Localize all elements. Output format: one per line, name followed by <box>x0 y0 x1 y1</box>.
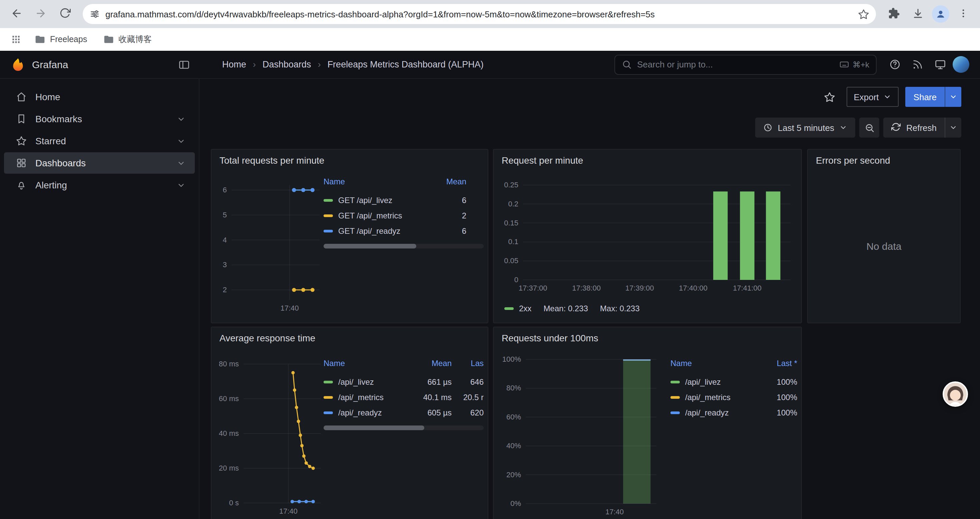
legend-row[interactable]: 2xx Mean: 0.233 Max: 0.233 <box>504 304 640 313</box>
search-icon <box>622 59 632 69</box>
svg-text:20%: 20% <box>506 471 521 479</box>
apps-grid-icon[interactable] <box>8 34 24 45</box>
chevron-down-icon[interactable] <box>177 159 185 167</box>
sidebar-toggle-icon[interactable] <box>178 58 190 70</box>
panel-request-per-minute: Request per minute 0.250.20.150.10.05017… <box>493 149 802 323</box>
zoom-out-button[interactable] <box>859 118 880 137</box>
url-text: grafana.mathmast.com/d/deytv4rwavabkb/fr… <box>105 9 853 19</box>
bell-icon <box>16 180 27 190</box>
sidebar-item-alerting[interactable]: Alerting <box>4 174 195 196</box>
total-requests-chart[interactable]: 6543217:40 <box>215 176 323 316</box>
monitor-icon[interactable] <box>930 54 950 75</box>
panel-title[interactable]: Request per minute <box>494 150 801 171</box>
rss-icon[interactable] <box>907 54 927 75</box>
no-data-message: No data <box>808 170 960 323</box>
breadcrumb-home[interactable]: Home <box>222 59 246 69</box>
assistant-avatar-button[interactable] <box>943 382 968 407</box>
reload-button[interactable] <box>53 3 76 26</box>
extensions-button[interactable] <box>883 3 905 26</box>
chevron-down-icon <box>884 93 892 101</box>
grafana-top-nav: Grafana Home › Dashboards › Freeleaps Me… <box>0 51 980 79</box>
legend-header-mean[interactable]: Mean <box>420 177 466 186</box>
forward-button[interactable] <box>29 3 52 26</box>
downloads-button[interactable] <box>907 3 929 26</box>
back-button[interactable] <box>5 3 28 26</box>
avg-response-time-chart[interactable]: 80 ms60 ms40 ms20 ms0 s17:40 <box>215 355 323 518</box>
legend-header-last[interactable]: Last * <box>754 359 797 368</box>
sidebar-item-dashboards[interactable]: Dashboards <box>4 152 195 174</box>
bookmark-blog-folder[interactable]: 收藏博客 <box>98 31 157 48</box>
sidebar-item-starred[interactable]: Starred <box>4 130 195 152</box>
legend-header-name[interactable]: Name <box>670 359 754 368</box>
scrollbar-thumb[interactable] <box>323 244 416 249</box>
browser-menu-button[interactable] <box>952 3 975 26</box>
legend-row[interactable]: /api/_metrics 40.1 ms 20.5 r <box>323 390 484 405</box>
sidebar-item-label: Home <box>35 91 60 102</box>
chevron-down-icon[interactable] <box>177 137 185 145</box>
series-color-swatch <box>323 380 333 383</box>
panel-avg-response-time: Average response time 80 ms60 ms40 ms20 … <box>211 327 488 519</box>
share-button[interactable]: Share <box>905 87 945 107</box>
legend-row[interactable]: GET /api/_metrics 2 <box>323 208 484 223</box>
breadcrumb-current-page[interactable]: Freeleaps Metrics Dashboard (ALPHA) <box>328 59 484 69</box>
favorite-star-button[interactable] <box>819 87 840 107</box>
series-color-swatch <box>504 307 514 310</box>
bookmark-icon <box>16 113 27 124</box>
legend-header-name[interactable]: Name <box>323 359 410 368</box>
browser-profile-avatar[interactable] <box>932 5 949 23</box>
panel-title[interactable]: Average response time <box>212 327 488 349</box>
arrow-left-icon <box>11 7 23 21</box>
panel-title[interactable]: Errors per second <box>808 150 960 171</box>
legend-scrollbar[interactable] <box>323 425 484 430</box>
svg-text:20 ms: 20 ms <box>219 464 239 472</box>
share-menu-caret[interactable] <box>945 87 961 107</box>
legend-scrollbar[interactable] <box>323 244 484 249</box>
breadcrumb-separator: › <box>318 59 321 69</box>
address-bar[interactable]: grafana.mathmast.com/d/deytv4rwavabkb/fr… <box>83 4 876 24</box>
legend-row[interactable]: /api/_readyz 100% <box>670 405 797 420</box>
series-name[interactable]: 2xx <box>519 304 531 313</box>
user-avatar[interactable] <box>953 56 969 73</box>
legend-row[interactable]: /api/_readyz 605 µs 620 <box>323 405 484 420</box>
search-input[interactable]: Search or jump to... ⌘+k <box>614 54 877 75</box>
kebab-menu-icon <box>958 8 969 21</box>
refresh-icon <box>892 122 901 133</box>
legend-header-last[interactable]: Las <box>452 359 484 368</box>
site-settings-icon[interactable] <box>89 9 100 19</box>
request-per-minute-chart[interactable]: 0.250.20.150.10.05017:37:0017:38:0017:39… <box>499 178 797 295</box>
legend-row[interactable]: GET /api/_readyz 6 <box>323 223 484 238</box>
extensions-puzzle-icon <box>888 7 900 21</box>
sidebar-item-home[interactable]: Home <box>4 86 195 107</box>
series-color-swatch <box>670 396 680 398</box>
panel-title[interactable]: Requests under 100ms <box>494 327 801 349</box>
grafana-logo[interactable] <box>11 57 25 72</box>
legend-header-name[interactable]: Name <box>323 177 420 186</box>
bookmark-star-icon[interactable] <box>858 8 869 20</box>
svg-text:17:40: 17:40 <box>279 507 298 515</box>
legend-header-mean[interactable]: Mean <box>410 359 452 368</box>
time-range-picker[interactable]: Last 5 minutes <box>755 118 856 137</box>
legend-row[interactable]: /api/_livez 661 µs 646 <box>323 374 484 390</box>
chevron-down-icon[interactable] <box>177 181 185 189</box>
legend-row[interactable]: GET /api/_livez 6 <box>323 192 484 208</box>
series-color-swatch <box>670 380 680 383</box>
export-button[interactable]: Export <box>846 87 899 107</box>
panel-title[interactable]: Total requests per minute <box>212 150 488 171</box>
breadcrumb-dashboards[interactable]: Dashboards <box>262 59 311 69</box>
svg-text:0.2: 0.2 <box>508 200 519 208</box>
svg-text:17:38:00: 17:38:00 <box>572 284 601 292</box>
svg-text:17:40: 17:40 <box>605 508 624 516</box>
requests-under-100ms-chart[interactable]: 100%80%60%40%20%0%17:40 <box>499 355 663 518</box>
legend-row[interactable]: /api/_metrics 100% <box>670 390 797 405</box>
legend-row[interactable]: /api/_livez 100% <box>670 374 797 390</box>
scrollbar-thumb[interactable] <box>323 425 424 430</box>
sidebar-item-bookmarks[interactable]: Bookmarks <box>4 108 195 129</box>
help-icon[interactable] <box>885 54 905 75</box>
series-color-swatch <box>323 199 333 201</box>
chevron-down-icon[interactable] <box>177 115 185 123</box>
bookmark-freeleaps[interactable]: Freeleaps <box>29 31 92 48</box>
refresh-button[interactable]: Refresh <box>884 118 945 137</box>
refresh-interval-caret[interactable] <box>945 118 961 137</box>
panel-errors-per-second: Errors per second No data <box>807 149 961 323</box>
svg-text:17:40: 17:40 <box>280 304 299 312</box>
